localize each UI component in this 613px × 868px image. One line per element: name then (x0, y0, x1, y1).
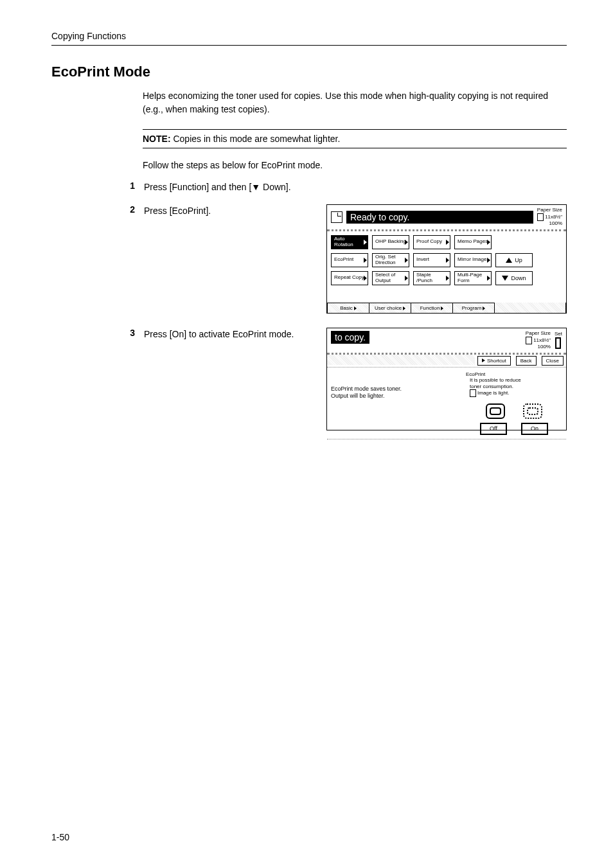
step-2: 2 Press [EcoPrint]. Ready to copy. Paper… (51, 204, 567, 314)
page-number: 1-50 (51, 832, 69, 842)
paper-size-readout-2: Paper Size 11x8½" 100% (369, 331, 555, 350)
ecoprint-description: EcoPrint mode saves toner. Output will b… (331, 371, 461, 436)
btn-mirror-image[interactable]: Mirror Image (454, 253, 492, 267)
figure-function-screen: Ready to copy. Paper Size 11x8½" 100% Au… (326, 204, 567, 314)
intro-paragraph: Helps economizing the toner used for cop… (143, 89, 567, 116)
step-3: 3 Press [On] to activate EcoPrint mode. … (51, 328, 567, 430)
btn-invert[interactable]: Invert (413, 253, 450, 267)
tab-basic[interactable]: Basic (327, 303, 369, 313)
arrow-up-icon (506, 258, 512, 263)
btn-select-output[interactable]: Select of Output (372, 271, 409, 285)
paper-size-readout: Paper Size 11x8½" 100% (533, 208, 562, 227)
btn-repeat-copy[interactable]: Repeat Copy (331, 271, 368, 285)
status-to-copy: to copy. (331, 331, 369, 344)
ecoprint-info: EcoPrint It is possible to reduce toner … (466, 371, 562, 436)
page-title: EcoPrint Mode (51, 64, 567, 80)
tab-filler (495, 303, 566, 313)
document-icon (331, 211, 342, 223)
btn-shortcut[interactable]: Shortcut (477, 356, 511, 366)
note-rule-bottom (143, 148, 567, 148)
btn-ecoprint[interactable]: EcoPrint (331, 253, 368, 267)
status-ready: Ready to copy. (346, 211, 533, 224)
step-1: 1 Press [Function] and then [▼ Down]. (51, 181, 567, 194)
btn-multipage-form[interactable]: Multi-Page Form (454, 271, 492, 285)
toner-full-icon (486, 403, 505, 419)
tab-program[interactable]: Program (453, 303, 495, 313)
note-rule-top (143, 129, 567, 130)
step-1-number: 1 (116, 181, 135, 191)
btn-auto-rotation[interactable]: Auto Rotation (331, 235, 368, 249)
btn-memo-pages[interactable]: Memo Pages (454, 235, 492, 249)
step-2-number: 2 (116, 204, 135, 215)
btn-close[interactable]: Close (542, 356, 564, 366)
toner-light-icon (523, 403, 542, 419)
step-1-text: Press [Function] and then [▼ Down]. (144, 181, 291, 194)
shortcut-arrow-icon (482, 359, 485, 362)
btn-staple-punch[interactable]: Staple /Punch (413, 271, 450, 285)
toolbar-filler (327, 355, 475, 365)
set-indicator: Set (555, 331, 562, 349)
btn-ohp-backing[interactable]: OHP Backing (372, 235, 409, 249)
figure-bottom-pattern (327, 439, 566, 439)
note-label: NOTE: (143, 134, 171, 144)
tab-function[interactable]: Function (411, 303, 453, 313)
running-head: Copying Functions (51, 31, 567, 46)
tab-user-choice[interactable]: User choice (369, 303, 411, 313)
btn-orig-set-direction[interactable]: Orig. Set Direction (372, 253, 409, 267)
step-3-number: 3 (116, 328, 135, 338)
btn-down[interactable]: Down (495, 271, 533, 285)
btn-off[interactable]: Off (480, 423, 507, 435)
note-text: Copies in this mode are somewhat lighter… (173, 134, 340, 144)
arrow-down-icon (502, 276, 508, 281)
step-2-text: Press [EcoPrint]. (144, 204, 253, 218)
figure-ecoprint-screen: to copy. Paper Size 11x8½" 100% Set Shor… (326, 328, 567, 430)
step-3-text: Press [On] to activate EcoPrint mode. (144, 328, 311, 341)
btn-proof-copy[interactable]: Proof Copy (413, 235, 450, 249)
btn-on[interactable]: On (521, 423, 548, 435)
btn-up[interactable]: Up (495, 253, 533, 267)
note-block: NOTE: Copies in this mode are somewhat l… (143, 134, 567, 144)
btn-back[interactable]: Back (516, 356, 537, 366)
follow-text: Follow the steps as below for EcoPrint m… (143, 160, 567, 170)
